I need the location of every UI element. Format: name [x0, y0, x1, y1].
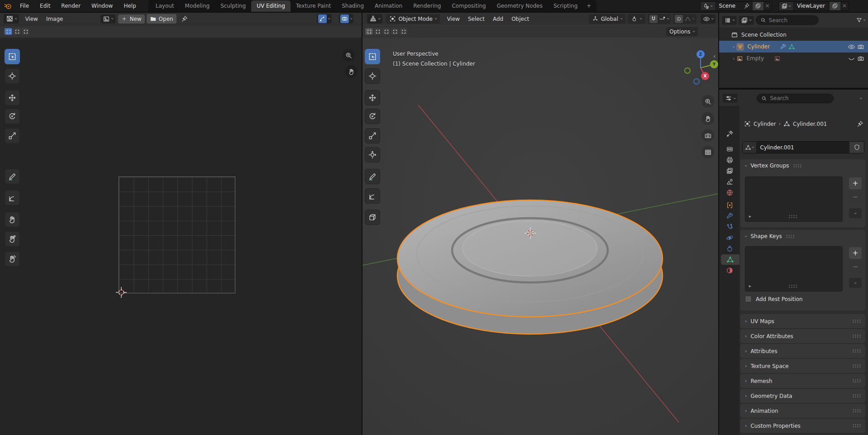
options-dropdown[interactable]: Options› [666, 27, 698, 36]
outliner-row-cylinder[interactable]: › Cylinder [719, 41, 868, 53]
editor-type-button-3d-viewport[interactable]: › [367, 14, 382, 24]
section-custom-properties[interactable]: ›Custom Properties [740, 419, 865, 433]
properties-filter-dropdown-icon[interactable]: › [858, 97, 863, 99]
outliner-filter-button[interactable]: › [856, 17, 865, 24]
properties-tab-constraints[interactable] [721, 244, 738, 254]
disable-render-camera-icon[interactable] [857, 55, 864, 62]
add-rest-position-checkbox[interactable] [745, 296, 752, 302]
scene-browse-button[interactable]: › [701, 2, 715, 10]
section-attributes[interactable]: ›Attributes [740, 344, 865, 358]
cylinder-object[interactable] [397, 200, 663, 334]
vp-cursor-tool[interactable] [365, 68, 380, 84]
uv-menu-image[interactable]: Image [42, 14, 67, 24]
panel-drag-grip[interactable] [852, 379, 861, 383]
panel-drag-grip[interactable] [852, 349, 861, 353]
image-data-icon[interactable] [774, 55, 781, 62]
uv-pan-hand-icon[interactable] [345, 65, 358, 78]
proportional-editing-toggle[interactable] [675, 15, 683, 23]
tab-uv-editing[interactable]: UV Editing [251, 0, 291, 12]
vp-perspective-ortho-icon[interactable] [701, 146, 714, 158]
viewport-menu-view[interactable]: View [443, 14, 463, 24]
menu-file[interactable]: File [15, 1, 34, 11]
remove-view-layer-icon[interactable]: ✕ [840, 3, 849, 9]
panel-drag-grip[interactable] [852, 334, 861, 338]
outliner-row-scene-collection[interactable]: Scene Collection [719, 29, 868, 41]
pin-scene-icon[interactable] [741, 2, 752, 10]
uv-select-box-tool[interactable] [5, 49, 20, 64]
unlink-scene-icon[interactable]: ✕ [763, 3, 772, 9]
new-view-layer-button[interactable] [829, 2, 840, 10]
tab-texture-paint[interactable]: Texture Paint [291, 0, 336, 12]
remove-vertex-group-button[interactable]: − [849, 191, 862, 203]
list-resize-grip[interactable] [788, 284, 797, 288]
uv-annotate-tool[interactable] [5, 169, 20, 184]
outliner-display-mode-button[interactable]: › [739, 16, 754, 25]
snap-toggle[interactable] [649, 15, 658, 23]
new-image-button[interactable]: New [118, 14, 144, 24]
tab-layout[interactable]: Layout [150, 0, 180, 12]
uv-cursor-tool[interactable] [5, 68, 20, 84]
gizmo-y-axis[interactable]: Y [710, 60, 718, 68]
vp-rotate-tool[interactable] [365, 109, 380, 124]
properties-search[interactable] [757, 94, 834, 103]
properties-tab-material[interactable] [721, 265, 738, 276]
uv-gizmos-toggle[interactable]: › [317, 14, 331, 24]
vp-select-box-tool[interactable] [365, 49, 380, 64]
uv-grab-tool[interactable] [5, 212, 20, 227]
shape-keys-header[interactable]: › Shape Keys [740, 230, 865, 243]
breadcrumb-data[interactable]: Cylinder.001 [793, 121, 827, 127]
uv-scale-tool[interactable] [5, 128, 20, 143]
properties-tab-tool[interactable] [721, 129, 738, 139]
viewport-3d-area[interactable]: › Object Mode› View Select Add Object Gl… [362, 13, 718, 435]
panel-drag-grip[interactable] [852, 424, 861, 428]
pin-image-icon[interactable] [181, 15, 188, 22]
pivot-point-dropdown[interactable]: › [628, 14, 645, 24]
list-filter-expand-icon[interactable]: ▸ [749, 283, 751, 288]
panel-drag-grip[interactable] [852, 319, 861, 323]
uv-measure-tool[interactable] [5, 190, 20, 206]
outliner-search-input[interactable] [769, 17, 814, 24]
vp-select-mode-invert-button[interactable] [391, 28, 399, 35]
mode-dropdown[interactable]: Object Mode› [386, 14, 440, 24]
properties-tab-output[interactable] [721, 155, 738, 165]
viewport-menu-object[interactable]: Object [507, 14, 533, 24]
list-resize-grip[interactable] [788, 215, 797, 219]
editor-type-button-uv[interactable]: › [4, 14, 19, 24]
vp-select-mode-intersect-button[interactable] [400, 28, 407, 35]
menu-help[interactable]: Help [119, 1, 141, 11]
properties-tab-object[interactable] [721, 200, 738, 210]
falloff-dropdown-icon[interactable]: › [691, 18, 696, 19]
properties-tab-view-layer[interactable] [721, 166, 738, 176]
section-remesh[interactable]: ›Remesh [740, 374, 865, 388]
vp-move-tool[interactable] [365, 90, 380, 105]
tab-geometry-nodes[interactable]: Geometry Nodes [491, 0, 548, 12]
uv-overlays-toggle[interactable]: › [339, 14, 353, 24]
uv-2d-cursor[interactable] [115, 287, 127, 298]
modifier-wrench-icon[interactable] [780, 43, 787, 50]
vertex-group-specials-dropdown[interactable]: › [849, 208, 862, 218]
uv-editor-area[interactable]: › View Image › New Open [0, 13, 362, 435]
vertex-groups-header[interactable]: › Vertex Groups [740, 159, 865, 172]
browse-mesh-data-button[interactable]: › [743, 142, 756, 153]
add-vertex-group-button[interactable]: + [849, 177, 862, 189]
vp-scale-tool[interactable] [365, 128, 380, 143]
properties-tab-world[interactable] [721, 187, 738, 198]
gizmo-y-negative[interactable] [684, 67, 691, 74]
uv-rotate-tool[interactable] [5, 109, 20, 124]
view-layer-name[interactable]: ViewLayer [793, 3, 829, 9]
vertex-groups-list[interactable]: ▸ [745, 177, 843, 222]
uv-pinch-tool[interactable] [5, 251, 20, 267]
snapping-dropdown-icon[interactable]: › [665, 18, 670, 19]
panel-drag-grip[interactable] [852, 364, 861, 368]
panel-drag-grip[interactable] [852, 394, 861, 398]
properties-tab-physics[interactable] [721, 233, 738, 243]
pin-id-icon[interactable] [857, 120, 863, 127]
uv-move-tool[interactable] [5, 90, 20, 105]
uv-menu-view[interactable]: View [21, 14, 42, 24]
menu-window[interactable]: Window [86, 1, 118, 11]
viewport-menu-add[interactable]: Add [489, 14, 507, 24]
section-geometry-data[interactable]: ›Geometry Data [740, 389, 865, 403]
outliner-row-empty[interactable]: › Empty [719, 53, 868, 64]
scene-name[interactable]: Scene [715, 3, 741, 9]
tab-animation[interactable]: Animation [369, 0, 408, 12]
